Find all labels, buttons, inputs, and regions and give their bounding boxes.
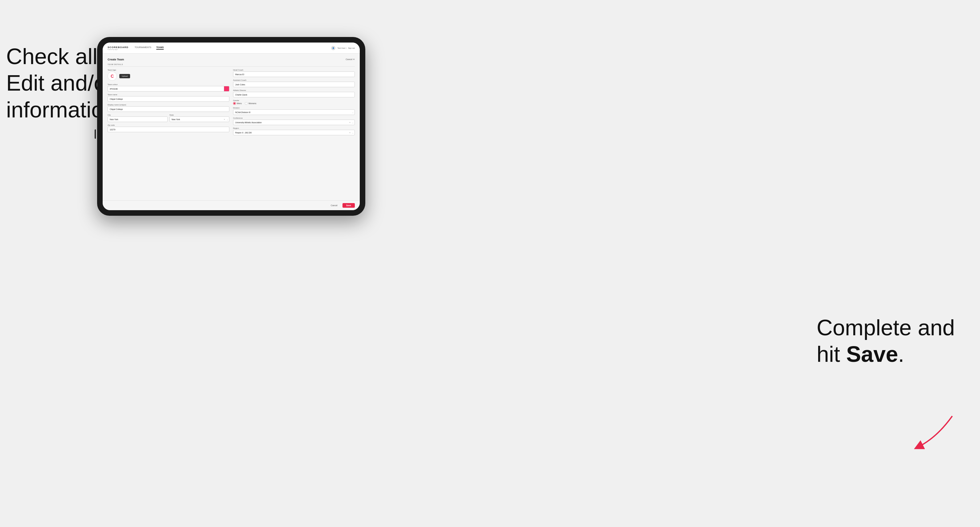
form-left: Team logo C Upload Team colour [108,69,229,135]
tablet-screen: SCOREBOARD Powered by clippd TOURNAMENTS… [103,43,360,210]
form-header: Create Team Cancel ✕ [108,58,355,61]
brand: SCOREBOARD Powered by clippd [108,46,129,50]
color-row [108,86,229,92]
nav-teams[interactable]: TEAMS [156,46,164,49]
form-columns: Team logo C Upload Team colour [108,69,355,135]
arrow-right-icon [900,413,955,453]
team-colour-field: Team colour [108,84,229,92]
team-name-input[interactable] [108,96,229,102]
zip-label: Zip code [108,124,229,126]
zip-field: Zip code [108,124,229,132]
nav-tournaments[interactable]: TOURNAMENTS [135,46,151,49]
head-coach-field: Head Coach [233,69,355,77]
display-name-input[interactable] [108,106,229,112]
conference-label: Conference [233,117,355,119]
team-name-field: Team name [108,94,229,102]
conference-select-wrapper: University Athletic Association × ⌄ [233,119,355,125]
colour-input[interactable] [108,86,224,92]
brand-title: SCOREBOARD [108,46,129,49]
form-content: Create Team Cancel ✕ TEAM DETAILS Team l… [103,54,360,200]
annotation-right-bold: Save [846,342,898,367]
region-select-wrapper: Region II - (M) DIII × ⌄ [233,130,355,135]
team-name-label: Team name [108,94,229,95]
city-state-row: City State New York × ⌄ [108,114,229,122]
tablet-frame: SCOREBOARD Powered by clippd TOURNAMENTS… [97,37,365,216]
team-logo-field: Team logo C Upload [108,69,229,81]
state-select-wrapper: New York × ⌄ [170,116,230,122]
division-select[interactable]: NCAA Division III [233,110,355,115]
division-label: Division [233,107,355,109]
gender-mens-option[interactable]: Mens [233,102,242,105]
colour-swatch [224,86,229,92]
gender-womens-option[interactable]: Womens [245,102,256,105]
brand-sub: Powered by clippd [108,49,129,50]
user-label: Test User | [337,47,346,49]
team-colour-label: Team colour [108,84,229,86]
upload-button[interactable]: Upload [119,74,130,78]
nav-links: TOURNAMENTS TEAMS [135,46,331,49]
annotation-right: Complete and hit Save. [817,314,971,368]
assistant-coach-label: Assistant Coach [233,79,355,81]
assistant-coach-field: Assistant Coach [233,79,355,87]
assistant-coach-input[interactable] [233,82,355,87]
gender-womens-radio[interactable] [245,102,248,105]
region-clear-icon[interactable]: × [349,132,350,134]
athletic-director-input[interactable] [233,92,355,97]
conference-select[interactable]: University Athletic Association [233,119,355,125]
annotation-right-end: . [898,342,904,367]
zip-input[interactable] [108,127,229,132]
display-name-field: Display name (unique) [108,104,229,112]
gender-row: Mens Womens [233,102,355,105]
head-coach-input[interactable] [233,71,355,77]
team-logo-label: Team logo [108,69,229,71]
gender-label: Gender [233,100,355,102]
cancel-x-button[interactable]: Cancel ✕ [345,58,355,61]
division-field: Division NCAA Division III ⌄ [233,107,355,115]
state-field: State New York × ⌄ [170,114,230,122]
city-state-group: City State New York × ⌄ [108,114,229,122]
section-label: TEAM DETAILS [108,63,355,67]
form-right: Head Coach Assistant Coach Athletic Dire… [233,69,355,135]
tablet-side-button [95,129,96,139]
avatar: 👤 [331,46,336,50]
conference-field: Conference University Athletic Associati… [233,117,355,125]
form-title: Create Team [108,58,124,61]
navbar: SCOREBOARD Powered by clippd TOURNAMENTS… [103,43,360,54]
city-label: City [108,114,168,116]
logo-circle: C [108,71,117,81]
athletic-director-label: Athletic Director [233,89,355,91]
save-button[interactable]: Save [342,203,355,208]
state-select[interactable]: New York [170,116,230,122]
athletic-director-field: Athletic Director [233,89,355,97]
region-label: Region [233,127,355,129]
division-select-wrapper: NCAA Division III ⌄ [233,110,355,115]
signout-link[interactable]: Sign out [348,47,355,49]
conference-clear-icon[interactable]: × [349,121,350,124]
gender-field: Gender Mens Womens [233,100,355,105]
state-clear-icon[interactable]: × [224,118,225,121]
logo-area: C Upload [108,71,229,81]
region-field: Region Region II - (M) DIII × ⌄ [233,127,355,135]
form-footer: Cancel Save [103,200,360,210]
region-select[interactable]: Region II - (M) DIII [233,130,355,135]
gender-mens-radio[interactable] [233,102,236,105]
footer-cancel-button[interactable]: Cancel [328,203,340,208]
display-name-label: Display name (unique) [108,104,229,106]
state-label: State [170,114,230,116]
city-input[interactable] [108,116,168,122]
head-coach-label: Head Coach [233,69,355,71]
city-field: City [108,114,168,122]
nav-right: 👤 Test User | Sign out [331,46,355,50]
